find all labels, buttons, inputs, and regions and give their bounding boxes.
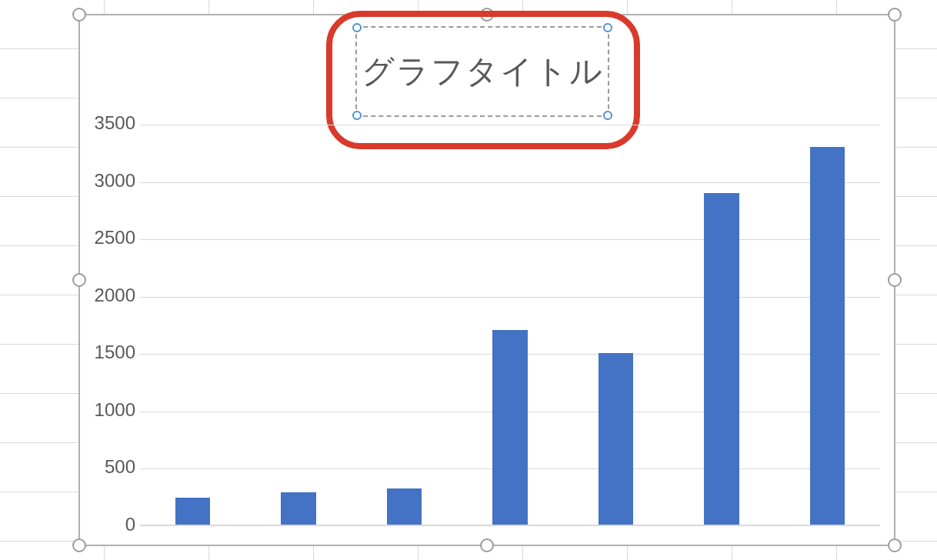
resize-handle-top-left[interactable]: [72, 8, 86, 22]
y-tick-label: 500: [85, 456, 135, 478]
y-tick-label: 0: [85, 514, 135, 535]
resize-handle-bottom-left[interactable]: [72, 538, 86, 552]
x-axis: [140, 525, 880, 526]
y-tick-label: 1000: [85, 399, 135, 421]
title-handle-top-right[interactable]: [603, 23, 612, 32]
bar[interactable]: [704, 193, 739, 526]
bar[interactable]: [175, 498, 210, 525]
bar[interactable]: [810, 147, 845, 525]
y-tick-label: 2500: [85, 227, 135, 248]
resize-handle-bottom-right[interactable]: [888, 538, 902, 552]
resize-handle-top-center[interactable]: [480, 8, 494, 22]
bar[interactable]: [599, 353, 633, 525]
title-handle-bottom-left[interactable]: [352, 111, 362, 120]
chart-title-box[interactable]: グラフタイトル: [355, 26, 609, 117]
title-handle-top-left[interactable]: [352, 23, 362, 32]
y-axis-ticks: 0500100015002000250030003500: [85, 112, 135, 540]
y-tick-label: 3500: [85, 112, 135, 134]
chart-title-text[interactable]: グラフタイトル: [362, 50, 604, 93]
y-tick-label: 3000: [85, 170, 135, 192]
y-tick-label: 1500: [85, 342, 135, 363]
plot-area[interactable]: 0500100015002000250030003500: [140, 125, 880, 526]
resize-handle-bottom-center[interactable]: [480, 538, 494, 552]
resize-handle-middle-right[interactable]: [888, 273, 902, 287]
title-handle-bottom-right[interactable]: [603, 111, 612, 120]
bar[interactable]: [492, 330, 527, 525]
y-tick-label: 2000: [85, 285, 135, 306]
chart-object[interactable]: グラフタイトル 0500100015002000250030003500: [78, 14, 895, 546]
bar[interactable]: [387, 488, 422, 525]
bar-series[interactable]: [140, 125, 880, 526]
resize-handle-top-right[interactable]: [888, 8, 902, 22]
bar[interactable]: [281, 492, 315, 525]
